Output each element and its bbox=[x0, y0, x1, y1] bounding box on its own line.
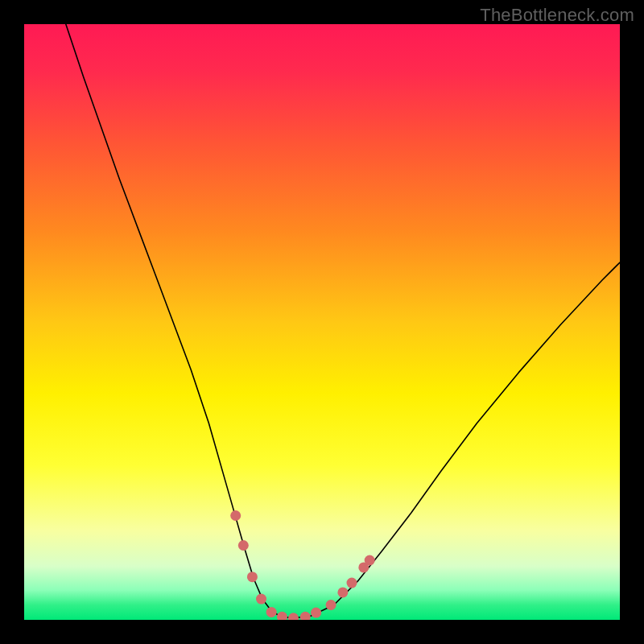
plot-area bbox=[24, 24, 620, 620]
highlight-dot bbox=[337, 587, 348, 597]
highlight-dot bbox=[266, 607, 277, 617]
highlight-dot bbox=[326, 600, 336, 610]
highlight-dot bbox=[238, 540, 249, 551]
highlight-dot bbox=[230, 510, 241, 521]
chart-svg bbox=[24, 24, 620, 620]
highlight-dot bbox=[311, 608, 321, 618]
gradient-background bbox=[24, 24, 620, 620]
watermark-label: TheBottleneck.com bbox=[480, 5, 634, 26]
highlight-dot bbox=[256, 594, 266, 605]
highlight-dot bbox=[365, 555, 375, 566]
highlight-dot bbox=[247, 572, 258, 582]
highlight-dot bbox=[347, 578, 357, 588]
chart-frame: TheBottleneck.com bbox=[0, 0, 644, 644]
